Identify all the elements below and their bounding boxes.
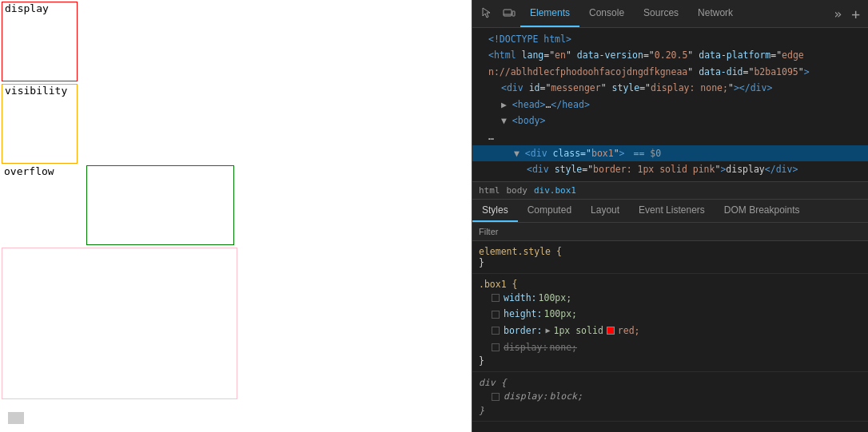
css-rule-close-1: } — [479, 257, 862, 268]
panel-tab-styles[interactable]: Styles — [472, 200, 518, 222]
div-display-checkbox[interactable] — [492, 393, 500, 401]
css-rule-box1: .box1 { width: 100px; height: 100px; bor… — [472, 274, 868, 373]
pink-box — [2, 248, 237, 399]
dom-line-dots: … — [472, 129, 868, 145]
css-rule-div: div { display: block; } — [472, 372, 868, 422]
height-checkbox[interactable] — [492, 311, 500, 319]
devtools-toolbar: Elements Console Sources Network » + — [472, 0, 868, 28]
visibility-box: visibility — [2, 84, 78, 164]
display-box: display — [2, 2, 78, 81]
overflow-box — [86, 165, 234, 245]
width-checkbox[interactable] — [492, 294, 500, 302]
css-prop-border: border: ▶ 1px solid red; — [479, 323, 862, 339]
css-prop-width: width: 100px; — [479, 290, 862, 307]
css-rule-close-div: } — [479, 405, 862, 416]
tab-network[interactable]: Network — [688, 0, 743, 27]
visibility-label: visibility — [2, 83, 70, 98]
color-swatch-red[interactable] — [607, 327, 615, 335]
css-selector-element-style: element.style { — [479, 246, 862, 257]
breadcrumb-html[interactable]: html — [479, 185, 500, 196]
svg-rect-1 — [512, 11, 515, 16]
dom-line-html-cont: n://ablhdlecfphodoohfacojdngdfkgneaa" da… — [472, 64, 868, 80]
dom-line-inner-div[interactable]: <div style="border: 1px solid pink">disp… — [472, 161, 868, 177]
css-selector-box1: .box1 { — [479, 279, 862, 290]
dom-line-messenger: <div id="messenger" style="display: none… — [472, 80, 868, 96]
display-label: display — [2, 1, 51, 16]
breadcrumb: html body div.box1 — [472, 182, 868, 200]
panel-tab-dom-breakpoints[interactable]: DOM Breakpoints — [715, 200, 810, 222]
panel-tab-layout[interactable]: Layout — [581, 200, 629, 222]
styles-panel: Filter element.style { } .box1 { width: … — [472, 223, 868, 432]
device-icon[interactable] — [498, 2, 520, 25]
tab-console[interactable]: Console — [579, 0, 634, 27]
panel-tab-computed[interactable]: Computed — [518, 200, 581, 222]
panel-tab-event-listeners[interactable]: Event Listeners — [629, 200, 715, 222]
svg-rect-0 — [504, 10, 512, 16]
dom-line-box1[interactable]: ▼ <div class="box1"> == $0 — [472, 145, 868, 161]
dom-line-head[interactable]: ▶ <head>…</head> — [472, 97, 868, 113]
dom-line-body[interactable]: ▼ <body> — [472, 113, 868, 129]
panel-tabs: Styles Computed Layout Event Listeners D… — [472, 200, 868, 223]
tab-elements[interactable]: Elements — [520, 0, 579, 27]
breadcrumb-box1[interactable]: div.box1 — [534, 185, 576, 196]
overflow-label-area: overflow — [2, 165, 86, 245]
border-checkbox[interactable] — [492, 327, 500, 335]
css-prop-height: height: 100px; — [479, 306, 862, 323]
tab-sources[interactable]: Sources — [634, 0, 688, 27]
devtools-panel: Elements Console Sources Network » + <!D… — [472, 0, 868, 432]
scrollbar-indicator[interactable] — [8, 412, 24, 424]
css-prop-display-none: display: none; — [479, 339, 862, 356]
css-rule-element-style: element.style { } — [472, 241, 868, 274]
overflow-label: overflow — [2, 164, 57, 179]
filter-bar: Filter — [472, 223, 868, 241]
dom-line-html: <html lang="en" data-version="0.20.5" da… — [472, 47, 868, 63]
breadcrumb-body[interactable]: body — [507, 185, 528, 196]
more-tabs-icon[interactable]: » — [830, 6, 847, 22]
css-prop-div-display: display: block; — [479, 388, 862, 405]
dom-line-doctype: <!DOCTYPE html> — [472, 31, 868, 47]
devtools-tabs: Elements Console Sources Network — [520, 0, 830, 27]
add-tab-icon[interactable]: + — [846, 6, 865, 22]
css-rule-close-box1: } — [479, 355, 862, 367]
css-selector-div: div { — [479, 377, 862, 388]
display-checkbox[interactable] — [492, 343, 500, 351]
dom-tree: <!DOCTYPE html> <html lang="en" data-ver… — [472, 28, 868, 182]
filter-label: Filter — [479, 227, 498, 236]
border-expand-icon[interactable]: ▶ — [545, 323, 550, 338]
preview-panel: display visibility overflow — [0, 0, 472, 432]
inspect-icon[interactable] — [476, 2, 498, 25]
